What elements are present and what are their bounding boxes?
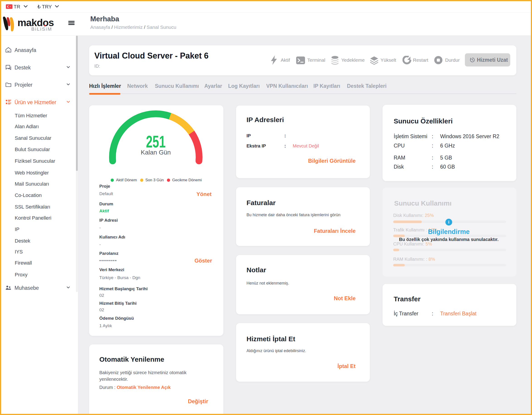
svg-text:BiLiSiM: BiLiSiM	[31, 26, 52, 31]
